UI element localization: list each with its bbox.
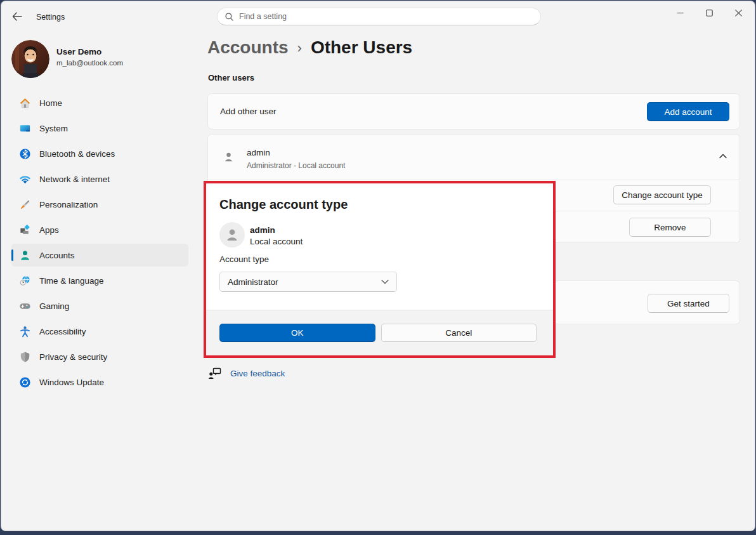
sidebar-item-label: Time & language	[39, 276, 104, 286]
account-type-select[interactable]: Administrator	[219, 272, 397, 292]
time-language-icon	[19, 275, 31, 287]
privacy-icon	[19, 351, 31, 363]
sidebar-item-time-language[interactable]: Time & language	[11, 269, 188, 292]
sidebar-item-apps[interactable]: Apps	[11, 218, 188, 241]
back-icon	[12, 12, 22, 21]
sidebar-item-accessibility[interactable]: Accessibility	[11, 320, 188, 343]
person-icon	[223, 151, 235, 163]
sidebar-item-windows-update[interactable]: Windows Update	[11, 371, 188, 393]
get-started-button[interactable]: Get started	[648, 294, 729, 313]
bluetooth-icon	[19, 148, 31, 160]
chevron-down-icon	[381, 279, 389, 284]
sidebar-item-label: Home	[39, 98, 62, 108]
sidebar-item-personalization[interactable]: Personalization	[11, 193, 188, 216]
breadcrumb: Accounts › Other Users	[207, 37, 412, 58]
accounts-icon	[19, 249, 31, 261]
user-name: User Demo	[56, 47, 101, 56]
add-other-user-label: Add other user	[220, 107, 277, 116]
sidebar-item-gaming[interactable]: Gaming	[11, 294, 188, 317]
sidebar-item-label: Privacy & security	[39, 352, 107, 362]
remove-button[interactable]: Remove	[629, 218, 711, 237]
admin-row-name: admin	[247, 148, 270, 157]
breadcrumb-accounts[interactable]: Accounts	[207, 37, 289, 58]
minimize-icon	[677, 10, 684, 17]
sidebar-item-label: System	[39, 124, 68, 133]
breadcrumb-chevron-icon: ›	[297, 39, 302, 56]
sidebar-item-label: Apps	[39, 225, 59, 235]
sidebar-item-home[interactable]: Home	[11, 91, 188, 114]
gaming-icon	[19, 300, 31, 312]
search-input[interactable]	[239, 12, 540, 21]
minimize-button[interactable]	[665, 1, 694, 25]
account-type-selected-value: Administrator	[228, 277, 381, 287]
sidebar-nav: Home System Bluetooth & devices Network …	[11, 91, 188, 396]
sidebar-item-label: Windows Update	[39, 378, 104, 387]
app-title: Settings	[36, 13, 65, 22]
person-icon	[225, 227, 240, 242]
search-icon	[225, 12, 234, 22]
give-feedback[interactable]: Give feedback	[208, 367, 285, 380]
dialog-user-type: Local account	[250, 237, 303, 246]
maximize-button[interactable]	[694, 1, 724, 25]
change-account-type-dialog: Change account type admin Local account …	[206, 183, 553, 355]
search-box[interactable]	[217, 8, 541, 25]
account-type-label: Account type	[219, 254, 269, 264]
annotation-red-box: Change account type admin Local account …	[204, 181, 556, 358]
close-button[interactable]	[724, 1, 753, 25]
personalization-icon	[19, 199, 31, 211]
dialog-avatar	[219, 222, 245, 248]
sidebar-item-label: Bluetooth & devices	[39, 149, 115, 159]
dialog-footer: OK Cancel	[206, 310, 553, 355]
sidebar-item-bluetooth[interactable]: Bluetooth & devices	[11, 142, 188, 165]
user-avatar[interactable]	[11, 40, 49, 78]
section-label-other-users: Other users	[208, 73, 254, 83]
apps-icon	[19, 224, 31, 236]
windows-update-icon	[19, 376, 31, 388]
sidebar-item-label: Network & internet	[39, 175, 110, 184]
admin-row-description: Administrator - Local account	[247, 161, 345, 170]
system-icon	[19, 122, 31, 135]
cancel-button[interactable]: Cancel	[381, 324, 537, 342]
sidebar-item-network[interactable]: Network & internet	[11, 168, 188, 190]
feedback-icon	[208, 367, 222, 380]
sidebar-item-system[interactable]: System	[11, 117, 188, 140]
ok-button[interactable]: OK	[219, 324, 375, 342]
admin-account-header[interactable]: admin Administrator - Local account	[208, 135, 740, 180]
sidebar-item-label: Accessibility	[39, 327, 86, 336]
user-email: m_lab@outlook.com	[56, 59, 123, 67]
dialog-title: Change account type	[219, 197, 348, 212]
maximize-icon	[706, 10, 713, 17]
back-button[interactable]	[10, 9, 25, 24]
user-avatar-image	[11, 40, 49, 78]
page-title: Other Users	[311, 37, 412, 58]
home-icon	[19, 97, 31, 109]
sidebar-item-label: Personalization	[39, 200, 98, 209]
sidebar-item-label: Accounts	[39, 251, 75, 260]
add-account-button[interactable]: Add account	[647, 102, 729, 121]
network-icon	[19, 173, 31, 185]
change-account-type-button[interactable]: Change account type	[613, 185, 711, 204]
dialog-user-name: admin	[250, 225, 275, 235]
give-feedback-label[interactable]: Give feedback	[230, 369, 285, 378]
settings-window: Settings	[1, 1, 755, 531]
close-icon	[735, 10, 742, 17]
sidebar-item-accounts[interactable]: Accounts	[11, 244, 188, 267]
add-other-user-card: Add other user Add account	[207, 93, 740, 129]
sidebar-item-privacy-security[interactable]: Privacy & security	[11, 345, 188, 368]
accessibility-icon	[19, 326, 31, 338]
sidebar-item-label: Gaming	[39, 301, 69, 311]
chevron-up-icon	[719, 154, 727, 159]
